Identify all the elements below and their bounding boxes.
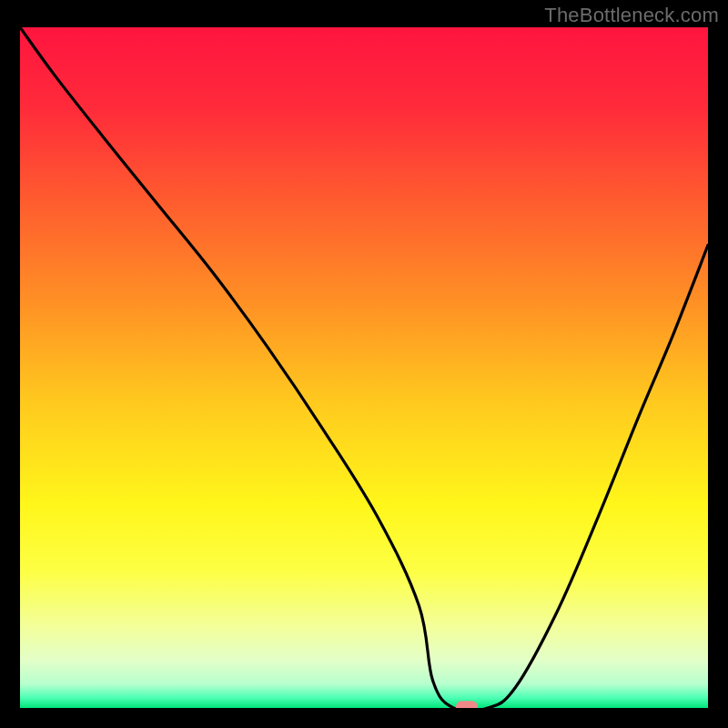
- watermark-text: TheBottleneck.com: [544, 4, 719, 27]
- optimal-point-marker: [456, 701, 478, 708]
- chart-container: TheBottleneck.com: [0, 0, 728, 728]
- plot-area: [20, 27, 708, 708]
- bottleneck-curve: [20, 27, 708, 708]
